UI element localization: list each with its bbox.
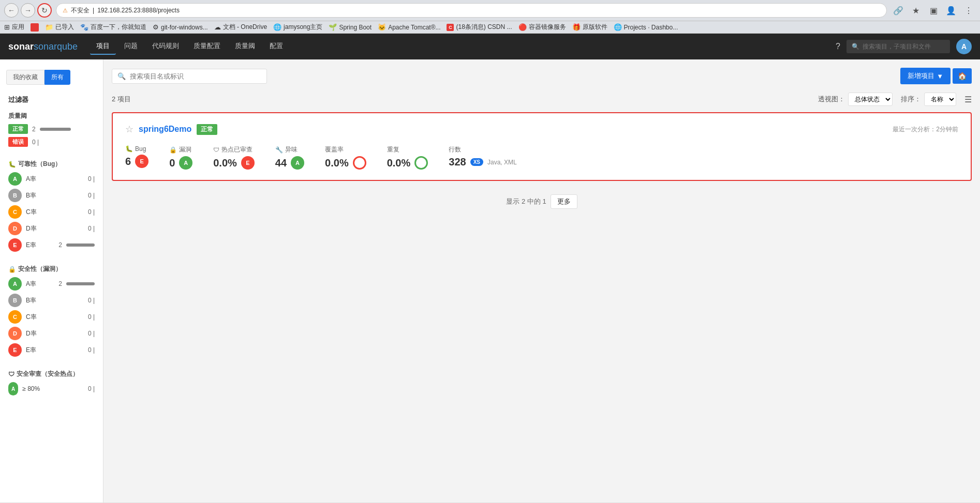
tab-all[interactable]: 所有 <box>44 70 70 85</box>
grade-d-label: D率 <box>26 224 84 233</box>
sec-grade-c-label: C率 <box>26 313 84 322</box>
onedrive-icon: ☁ <box>214 23 221 31</box>
nav-item-projects[interactable]: 项目 <box>90 38 116 55</box>
logo-sonar: sonar <box>8 41 34 52</box>
security-e[interactable]: E E率 0 | <box>0 342 103 358</box>
nav-item-config[interactable]: 配置 <box>263 38 289 55</box>
project-search-input[interactable] <box>130 72 261 80</box>
bookmark-projects-label: Projects · Dashbo... <box>624 24 678 31</box>
view-controls: 透视图： 总体状态 排序： 名称 ☰ <box>818 93 972 106</box>
home-button[interactable]: 🏠 <box>953 68 972 84</box>
vuln-value: 0 <box>169 157 175 169</box>
last-analysis: 最近一次分析：2分钟前 <box>893 125 958 134</box>
bookmark-csdn-label: (18条消息) CSDN ... <box>456 23 512 32</box>
profile-button[interactable]: 👤 <box>944 3 958 18</box>
star-button[interactable]: ★ <box>909 3 923 18</box>
nav-menu: 项目 问题 代码规则 质量配置 质量阈 配置 <box>90 38 289 55</box>
coverage-rating-badge <box>353 156 366 170</box>
more-button[interactable]: 更多 <box>551 194 577 209</box>
review-80-badge: A <box>8 382 18 395</box>
lines-lang: Java, XML <box>487 159 517 166</box>
bookmark-jamy[interactable]: 🌐 jamysong主页 <box>273 23 322 32</box>
security-b[interactable]: B B率 0 | <box>0 292 103 309</box>
duplication-value-row[interactable]: 0.0% <box>387 156 428 170</box>
bookmark-container[interactable]: 🔴 容器镜像服务 <box>518 23 566 32</box>
bookmark-spring[interactable]: 🌱 Spring Boot <box>329 23 372 31</box>
forward-button[interactable]: → <box>21 3 35 18</box>
coverage-label: 覆盖率 <box>325 145 366 154</box>
bookmark-baidu[interactable]: 🐾 百度一下，你就知道 <box>80 23 146 32</box>
refresh-button[interactable]: ↻ <box>37 3 52 18</box>
reliability-b[interactable]: B B率 0 | <box>0 187 103 204</box>
security-review-80[interactable]: A ≥ 80% 0 | <box>0 380 103 397</box>
bug-value-row[interactable]: 6 E <box>125 155 149 168</box>
user-avatar[interactable]: A <box>956 39 972 54</box>
bookmark-imported-label: 已导入 <box>55 23 74 32</box>
grade-c-badge: C <box>8 205 22 219</box>
bookmark-apps[interactable]: ⊞ 应用 <box>4 23 24 32</box>
url-separator: | <box>93 7 94 14</box>
grade-e-count: 2 <box>58 241 62 249</box>
metric-lines: 行数 328 XS Java, XML <box>449 145 516 168</box>
sec-grade-e-count: 0 | <box>88 346 95 354</box>
sec-grade-b-badge: B <box>8 294 22 307</box>
lines-value-row[interactable]: 328 XS Java, XML <box>449 156 516 168</box>
help-button[interactable]: ? <box>836 42 840 51</box>
project-status-badge: 正常 <box>197 124 217 135</box>
coverage-value-row[interactable]: 0.0% <box>325 156 366 170</box>
favorite-star[interactable]: ☆ <box>125 124 133 135</box>
qg-normal[interactable]: 正常 2 <box>0 123 103 135</box>
project-card: ☆ spring6Demo 正常 最近一次分析：2分钟前 🐛 Bug 6 E <box>112 112 972 181</box>
header-search[interactable]: 🔍 <box>847 40 950 53</box>
metric-bug: 🐛 Bug 6 E <box>125 145 149 168</box>
duplication-value: 0.0% <box>387 157 411 169</box>
review-80-count: 0 | <box>88 385 95 392</box>
share-button[interactable]: 🔗 <box>891 3 905 18</box>
bookmark-git[interactable]: ⚙ git-for-windows... <box>153 23 208 31</box>
new-project-button[interactable]: 新增项目 ▼ <box>900 68 951 84</box>
menu-button[interactable]: ⋮ <box>961 3 976 18</box>
project-count: 2 项目 <box>112 95 131 104</box>
qg-error[interactable]: 错误 0 | <box>0 135 103 148</box>
bookmark-original-label: 原版软件 <box>583 23 607 32</box>
logo-qube: sonarqube <box>34 41 78 52</box>
bookmark-tomcat[interactable]: 🐱 Apache Tomcat®... <box>378 23 440 31</box>
jamy-icon: 🌐 <box>273 23 281 31</box>
sort-icon[interactable]: ☰ <box>964 95 972 104</box>
window-button[interactable]: ▣ <box>926 3 941 18</box>
nav-item-quality-profiles[interactable]: 质量配置 <box>187 38 227 55</box>
view-select[interactable]: 总体状态 <box>848 93 893 106</box>
header-search-input[interactable] <box>863 43 945 50</box>
tab-favorites[interactable]: 我的收藏 <box>6 70 44 85</box>
security-d[interactable]: D D率 0 | <box>0 325 103 342</box>
nav-item-rules[interactable]: 代码规则 <box>146 38 185 55</box>
grade-e-badge: E <box>8 238 22 252</box>
dropdown-arrow: ▼ <box>937 72 943 80</box>
security-c[interactable]: C C率 0 | <box>0 309 103 325</box>
reliability-a[interactable]: A A率 0 | <box>0 171 103 187</box>
smell-value-row[interactable]: 44 A <box>275 156 304 170</box>
project-search[interactable]: 🔍 <box>112 69 267 84</box>
security-a[interactable]: A A率 2 <box>0 276 103 292</box>
smell-rating-badge: A <box>291 156 304 170</box>
nav-item-issues[interactable]: 问题 <box>118 38 144 55</box>
bookmark-csdn[interactable]: C (18条消息) CSDN ... <box>447 23 512 32</box>
nav-item-quality-gates[interactable]: 质量阈 <box>229 38 261 55</box>
bookmark-projects[interactable]: 🌐 Projects · Dashbo... <box>614 23 678 31</box>
project-name[interactable]: spring6Demo <box>139 125 191 134</box>
bookmark-red[interactable] <box>31 23 39 32</box>
bookmark-original[interactable]: 🎁 原版软件 <box>572 23 607 32</box>
bookmark-imported[interactable]: 📁 已导入 <box>45 23 74 32</box>
sort-select[interactable]: 名称 <box>924 93 956 106</box>
address-bar[interactable]: ⚠ 不安全 | 192.168.225.23:8888/projects <box>56 3 887 18</box>
reliability-d[interactable]: D D率 0 | <box>0 220 103 237</box>
back-button[interactable]: ← <box>4 3 19 18</box>
reliability-e[interactable]: E E率 2 <box>0 237 103 253</box>
results-row: 2 项目 透视图： 总体状态 排序： 名称 ☰ <box>112 93 972 106</box>
bookmarks-bar: ⊞ 应用 📁 已导入 🐾 百度一下，你就知道 ⚙ git-for-windows… <box>0 21 980 34</box>
reliability-c[interactable]: C C率 0 | <box>0 204 103 220</box>
reliability-title: 🐛 可靠性（Bug） <box>0 157 103 171</box>
bookmark-onedrive[interactable]: ☁ 文档 - OneDrive <box>214 23 267 32</box>
vuln-value-row[interactable]: 0 A <box>169 156 192 170</box>
hotspot-value-row[interactable]: 0.0% E <box>213 156 255 170</box>
